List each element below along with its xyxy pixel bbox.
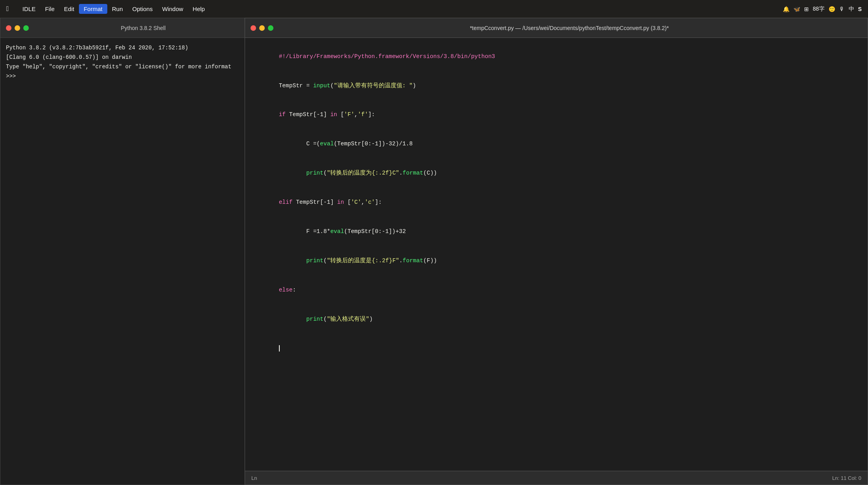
menubar:  IDLE File Edit Format Run Options Wind… bbox=[0, 0, 868, 18]
editor-window-title: *tempCconvert.py — /Users/wei/Documents/… bbox=[277, 25, 862, 31]
sougou-icon[interactable]: S bbox=[858, 6, 862, 12]
editor-close-btn[interactable] bbox=[251, 25, 256, 31]
menu-format[interactable]: Format bbox=[79, 4, 107, 14]
menu-help[interactable]: Help bbox=[188, 4, 210, 14]
shell-prompt: >>> bbox=[6, 72, 254, 81]
text-count: 88字 bbox=[813, 6, 825, 13]
shell-body[interactable]: Python 3.8.2 (v3.8.2:7b3ab5921f, Feb 24 … bbox=[0, 38, 260, 485]
code-line-9: else: bbox=[251, 275, 861, 305]
emoji-icon[interactable]: 🙂 bbox=[829, 6, 835, 12]
shell-max-btn[interactable] bbox=[23, 25, 29, 31]
editor-max-btn[interactable] bbox=[268, 25, 273, 31]
code-line-3: if TempStr[-1] in ['F','f']: bbox=[251, 100, 861, 130]
shell-line-1: Python 3.8.2 (v3.8.2:7b3ab5921f, Feb 24 … bbox=[6, 43, 254, 53]
menu-options[interactable]: Options bbox=[127, 4, 157, 14]
statusbar-left: Ln bbox=[251, 475, 257, 481]
editor-window: *tempCconvert.py — /Users/wei/Documents/… bbox=[245, 18, 868, 485]
airdrop-icon[interactable]: 🦋 bbox=[793, 6, 800, 12]
shell-min-btn[interactable] bbox=[15, 25, 20, 31]
editor-statusbar: Ln Ln: 11 Col: 0 bbox=[245, 471, 868, 485]
code-line-5: print("转换后的温度为{:.2f}C".format(C)) bbox=[251, 159, 861, 188]
menubar-right: 🔔 🦋 ⊞ 88字 🙂 🎙 中 S bbox=[783, 6, 862, 13]
code-line-6: elif TempStr[-1] in ['C','c']: bbox=[251, 188, 861, 217]
editor-titlebar: *tempCconvert.py — /Users/wei/Documents/… bbox=[245, 18, 868, 38]
code-line-2: TempStr = input("请输入带有符号的温度值: ") bbox=[251, 71, 861, 100]
mic-icon[interactable]: 🎙 bbox=[839, 6, 845, 12]
menu-window[interactable]: Window bbox=[157, 4, 188, 14]
menu-run[interactable]: Run bbox=[107, 4, 128, 14]
display-icon[interactable]: ⊞ bbox=[804, 6, 809, 12]
apple-menu[interactable]:  bbox=[6, 5, 11, 13]
shell-close-btn[interactable] bbox=[6, 25, 11, 31]
code-line-1: #!/Library/Frameworks/Python.framework/V… bbox=[251, 42, 861, 71]
code-line-7: F =1.8*eval(TempStr[0:-1])+32 bbox=[251, 217, 861, 246]
shell-line-2: [Clang 6.0 (clang-600.0.57)] on darwin bbox=[6, 53, 254, 62]
notification-icon[interactable]: 🔔 bbox=[783, 6, 789, 12]
menu-idle[interactable]: IDLE bbox=[18, 4, 40, 14]
menu-file[interactable]: File bbox=[40, 4, 59, 14]
statusbar-right: Ln: 11 Col: 0 bbox=[832, 475, 861, 481]
shell-titlebar: Python 3.8.2 Shell bbox=[0, 18, 260, 38]
editor-min-btn[interactable] bbox=[259, 25, 265, 31]
code-line-11 bbox=[251, 334, 861, 363]
shell-window-title: Python 3.8.2 Shell bbox=[32, 25, 254, 31]
main-content: Python 3.8.2 Shell Python 3.8.2 (v3.8.2:… bbox=[0, 18, 868, 485]
lang-indicator[interactable]: 中 bbox=[849, 6, 854, 13]
menu-edit[interactable]: Edit bbox=[59, 4, 79, 14]
shell-line-3: Type "help", "copyright", "credits" or "… bbox=[6, 62, 254, 72]
editor-code-area[interactable]: #!/Library/Frameworks/Python.framework/V… bbox=[245, 38, 868, 471]
text-cursor bbox=[279, 345, 280, 352]
code-line-8: print("转换后的温度是{:.2f}F".format(F)) bbox=[251, 246, 861, 275]
code-line-4: C =(eval(TempStr[0:-1])-32)/1.8 bbox=[251, 130, 861, 159]
code-line-10: print("输入格式有误") bbox=[251, 305, 861, 334]
shell-window: Python 3.8.2 Shell Python 3.8.2 (v3.8.2:… bbox=[0, 18, 260, 485]
